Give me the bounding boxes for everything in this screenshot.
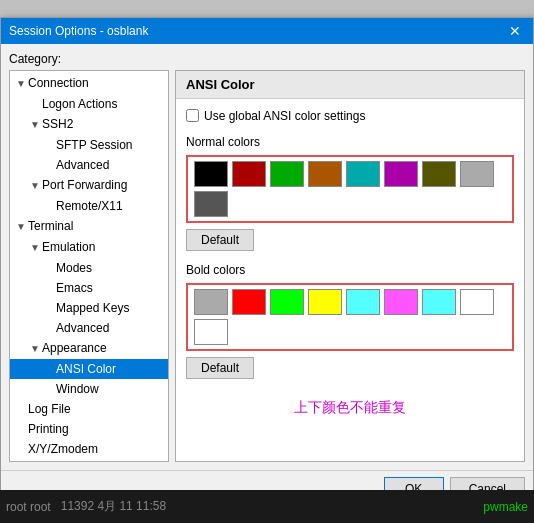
tree-item-label-emulation: Emulation	[42, 240, 95, 254]
tree-item-connection[interactable]: ▼Connection	[10, 73, 168, 94]
taskbar-command: pwmake	[483, 500, 528, 514]
panel-body: Use global ANSI color settings Normal co…	[176, 99, 524, 461]
tree-item-label-printing: Printing	[28, 422, 69, 436]
tree-item-label-sftp-session: SFTP Session	[56, 138, 132, 152]
normal-color-swatch-2[interactable]	[270, 161, 304, 187]
global-color-row: Use global ANSI color settings	[186, 109, 514, 123]
tree-item-advanced-conn[interactable]: Advanced	[10, 155, 168, 175]
main-window: Session Options - osblank ✕ Category: ▼C…	[0, 17, 534, 507]
bold-color-swatch-6[interactable]	[422, 289, 456, 315]
bold-color-swatch-1[interactable]	[232, 289, 266, 315]
bold-color-swatch-2[interactable]	[270, 289, 304, 315]
tree-item-label-logon-actions: Logon Actions	[42, 97, 117, 111]
tree-item-label-port-forwarding: Port Forwarding	[42, 178, 127, 192]
tree-item-label-xyz-modem: X/Y/Zmodem	[28, 442, 98, 456]
tree-item-label-log-file: Log File	[28, 402, 71, 416]
taskbar-info: 11392 4月 11 11:58	[61, 498, 166, 515]
tree-item-emulation[interactable]: ▼Emulation	[10, 237, 168, 258]
bold-color-swatch-0[interactable]	[194, 289, 228, 315]
tree-item-label-remote-x11: Remote/X11	[56, 199, 123, 213]
global-color-checkbox[interactable]	[186, 109, 199, 122]
tree-item-logon-actions[interactable]: Logon Actions	[10, 94, 168, 114]
bold-color-swatch-5[interactable]	[384, 289, 418, 315]
bold-default-button[interactable]: Default	[186, 357, 254, 379]
tree-item-modes[interactable]: Modes	[10, 258, 168, 278]
tree-item-xyz-modem[interactable]: X/Y/Zmodem	[10, 439, 168, 459]
right-panel: ANSI Color Use global ANSI color setting…	[175, 70, 525, 462]
tree-item-mapped-keys[interactable]: Mapped Keys	[10, 298, 168, 318]
message-text: 上下颜色不能重复	[186, 399, 514, 417]
normal-color-swatch-5[interactable]	[384, 161, 418, 187]
normal-color-swatch-4[interactable]	[346, 161, 380, 187]
tree-item-label-modes: Modes	[56, 261, 92, 275]
tree-item-log-file[interactable]: Log File	[10, 399, 168, 419]
taskbar: root root 11392 4月 11 11:58 pwmake	[0, 490, 534, 523]
tree-item-label-mapped-keys: Mapped Keys	[56, 301, 129, 315]
bold-color-swatch-3[interactable]	[308, 289, 342, 315]
normal-color-swatch-0[interactable]	[194, 161, 228, 187]
normal-color-swatch-6[interactable]	[422, 161, 456, 187]
bold-color-swatch-8[interactable]	[194, 319, 228, 345]
tree-item-ssh2[interactable]: ▼SSH2	[10, 114, 168, 135]
normal-color-swatch-3[interactable]	[308, 161, 342, 187]
title-bar: Session Options - osblank ✕	[1, 18, 533, 44]
bold-colors-grid	[186, 283, 514, 351]
taskbar-user: root root	[6, 500, 51, 514]
tree-item-appearance[interactable]: ▼Appearance	[10, 338, 168, 359]
tree-item-label-advanced-conn: Advanced	[56, 158, 109, 172]
window-title: Session Options - osblank	[9, 24, 148, 38]
normal-color-swatch-7[interactable]	[460, 161, 494, 187]
normal-color-swatch-1[interactable]	[232, 161, 266, 187]
normal-colors-grid	[186, 155, 514, 223]
tree-item-window-item[interactable]: Window	[10, 379, 168, 399]
normal-default-button[interactable]: Default	[186, 229, 254, 251]
normal-colors-label: Normal colors	[186, 135, 514, 149]
tree-item-emacs[interactable]: Emacs	[10, 278, 168, 298]
tree-item-label-appearance: Appearance	[42, 341, 107, 355]
tree-item-label-ssh2: SSH2	[42, 117, 73, 131]
bold-colors-label: Bold colors	[186, 263, 514, 277]
global-color-label[interactable]: Use global ANSI color settings	[204, 109, 365, 123]
bold-color-swatch-4[interactable]	[346, 289, 380, 315]
tree-item-terminal[interactable]: ▼Terminal	[10, 216, 168, 237]
tree-item-label-window-item: Window	[56, 382, 99, 396]
tree-item-label-advanced-term: Advanced	[56, 321, 109, 335]
tree-item-printing[interactable]: Printing	[10, 419, 168, 439]
tree-item-advanced-term[interactable]: Advanced	[10, 318, 168, 338]
tree-item-ansi-color[interactable]: ANSI Color	[10, 359, 168, 379]
category-label: Category:	[9, 52, 525, 66]
panel-header: ANSI Color	[176, 71, 524, 99]
window-content: Category: ▼ConnectionLogon Actions▼SSH2S…	[1, 44, 533, 470]
tree-item-port-forwarding[interactable]: ▼Port Forwarding	[10, 175, 168, 196]
bold-color-swatch-7[interactable]	[460, 289, 494, 315]
main-area: ▼ConnectionLogon Actions▼SSH2SFTP Sessio…	[9, 70, 525, 462]
tree-item-sftp-session[interactable]: SFTP Session	[10, 135, 168, 155]
tree-item-remote-x11[interactable]: Remote/X11	[10, 196, 168, 216]
tree-item-label-ansi-color: ANSI Color	[56, 362, 116, 376]
normal-color-swatch-8[interactable]	[194, 191, 228, 217]
tree-item-label-emacs: Emacs	[56, 281, 93, 295]
tree-item-label-connection: Connection	[28, 76, 89, 90]
tree-panel: ▼ConnectionLogon Actions▼SSH2SFTP Sessio…	[9, 70, 169, 462]
tree-item-label-terminal: Terminal	[28, 219, 73, 233]
close-button[interactable]: ✕	[505, 24, 525, 38]
